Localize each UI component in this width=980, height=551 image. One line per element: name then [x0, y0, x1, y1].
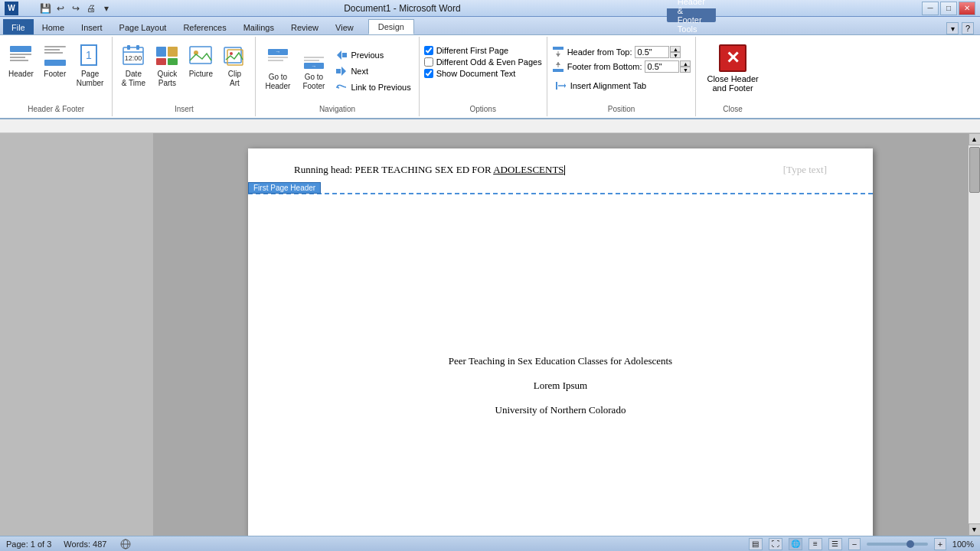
quick-parts-button[interactable]: Quick Parts [151, 41, 183, 90]
different-odd-even-row[interactable]: Different Odd & Even Pages [424, 57, 542, 67]
header-from-top-increment[interactable]: ▲ [670, 46, 681, 52]
go-to-header-button[interactable]: → Go to Header [260, 44, 295, 95]
quick-parts-icon [155, 44, 179, 68]
page-number-icon: 1 [78, 44, 103, 68]
scroll-track[interactable] [969, 145, 980, 523]
clip-art-button[interactable]: Clip Art [218, 41, 250, 90]
tab-review[interactable]: Review [283, 19, 327, 34]
svg-rect-0 [10, 46, 31, 52]
header-from-top-decrement[interactable]: ▼ [670, 52, 681, 58]
insert-alignment-tab-button[interactable]: Insert Alignment Tab [552, 78, 691, 93]
svg-marker-44 [564, 83, 566, 88]
undo-qat-button[interactable]: ↩ [54, 2, 67, 15]
position-group-content: Header from Top: ▲ ▼ Footer from Bottom: [552, 38, 691, 105]
different-first-page-checkbox[interactable] [424, 46, 433, 55]
insert-group-label: Insert [175, 105, 194, 115]
help-button[interactable]: ? [962, 22, 974, 34]
zoom-out-button[interactable]: − [848, 538, 861, 550]
go-to-footer-label: Go to Footer [302, 73, 325, 91]
print-layout-view-button[interactable]: ▤ [749, 538, 763, 550]
tab-view[interactable]: View [327, 19, 362, 34]
header-from-top-input[interactable] [635, 46, 669, 58]
full-screen-view-button[interactable]: ⛶ [769, 538, 782, 550]
footer-from-bottom-decrement[interactable]: ▼ [680, 67, 691, 73]
footer-button[interactable]: Footer [39, 41, 71, 81]
svg-marker-38 [556, 54, 560, 57]
insert-group-content: 12:00 Date & Time Quick Parts Picture [117, 38, 250, 105]
date-time-button[interactable]: 12:00 Date & Time [117, 41, 149, 90]
different-first-page-row[interactable]: Different First Page [424, 46, 542, 55]
header-from-top-label: Header from Top: [567, 47, 632, 57]
previous-button[interactable]: Previous [332, 47, 413, 63]
zoom-slider[interactable] [867, 543, 928, 546]
ribbon-collapse-button[interactable]: ▾ [946, 22, 959, 34]
clip-art-icon [222, 44, 247, 68]
minimize-button[interactable]: ─ [922, 2, 939, 15]
navigation-group-label: Navigation [319, 105, 355, 115]
show-document-text-row[interactable]: Show Document Text [424, 69, 542, 78]
language-indicator[interactable] [119, 538, 132, 550]
scroll-thumb[interactable] [969, 147, 980, 193]
go-to-footer-button[interactable]: → Go to Footer [296, 44, 331, 95]
print-qat-button[interactable]: 🖨 [84, 2, 98, 15]
tab-insert[interactable]: Insert [73, 19, 111, 34]
status-bar: Page: 1 of 3 Words: 487 ▤ ⛶ 🌐 ≡ ☰ − + 10… [0, 536, 980, 551]
close-window-button[interactable]: ✕ [959, 2, 975, 15]
show-document-text-label: Show Document Text [436, 69, 516, 78]
date-time-icon: 12:00 [121, 44, 145, 68]
maximize-button[interactable]: □ [940, 2, 957, 15]
svg-rect-16 [168, 47, 178, 57]
header-type-text[interactable]: [Type text] [783, 164, 827, 176]
document-scroll[interactable]: Running head: PEER TEACHING SEX ED FOR A… [153, 133, 968, 536]
web-layout-view-button[interactable]: 🌐 [789, 538, 802, 550]
tab-file[interactable]: File [3, 19, 34, 34]
text-cursor [564, 165, 565, 175]
insert-alignment-tab-icon [555, 80, 567, 92]
close-header-footer-button[interactable]: ✕ Close Header and Footer [701, 41, 764, 96]
document-author-text: Lorem Ipsum [294, 380, 827, 392]
document-university-text: University of Northern Colorado [294, 404, 827, 416]
picture-button[interactable]: Picture [185, 41, 217, 81]
tab-design[interactable]: Design [368, 19, 414, 34]
draft-view-button[interactable]: ☰ [828, 538, 842, 550]
zoom-in-button[interactable]: + [934, 538, 946, 550]
show-document-text-checkbox[interactable] [424, 69, 433, 78]
svg-rect-4 [44, 46, 66, 47]
next-button[interactable]: Next [332, 64, 413, 79]
link-to-previous-label: Link to Previous [351, 83, 410, 92]
tab-mailings[interactable]: Mailings [235, 19, 283, 34]
different-odd-even-checkbox[interactable] [424, 57, 433, 67]
body-area[interactable]: Peer Teaching in Sex Education Classes f… [248, 194, 873, 439]
options-checkboxes: Different First Page Different Odd & Eve… [424, 41, 542, 78]
outline-view-button[interactable]: ≡ [808, 538, 822, 550]
svg-rect-26 [268, 60, 283, 61]
tab-references[interactable]: References [175, 19, 234, 34]
footer-from-bottom-increment[interactable]: ▲ [680, 60, 691, 67]
svg-rect-12 [127, 45, 130, 50]
header-area[interactable]: Running head: PEER TEACHING SEX ED FOR A… [248, 148, 873, 194]
vertical-scrollbar[interactable]: ▲ ▼ [968, 133, 980, 536]
page-number-button[interactable]: 1 Page Number [73, 41, 108, 90]
tab-home[interactable]: Home [34, 19, 73, 34]
header-button[interactable]: Header [5, 41, 38, 81]
scroll-up-button[interactable]: ▲ [969, 133, 981, 145]
qat-dropdown-button[interactable]: ▾ [100, 2, 113, 15]
close-header-footer-label: Close Header and Footer [707, 74, 758, 93]
svg-rect-1 [10, 54, 31, 55]
svg-rect-33 [342, 53, 347, 57]
save-qat-button[interactable]: 💾 [38, 2, 52, 15]
footer-from-bottom-input[interactable] [645, 60, 679, 73]
svg-rect-29 [304, 57, 324, 58]
link-to-previous-button[interactable]: Link to Previous [332, 80, 413, 95]
redo-qat-button[interactable]: ↪ [69, 2, 83, 15]
scroll-down-button[interactable]: ▼ [969, 523, 981, 536]
ribbon-tabs: File Home Insert Page Layout References … [0, 17, 980, 35]
svg-rect-15 [156, 47, 166, 57]
close-header-footer-icon: ✕ [719, 44, 746, 72]
footer-from-bottom-spinbox[interactable]: ▲ ▼ [645, 60, 691, 73]
header-from-top-spinbox[interactable]: ▲ ▼ [635, 46, 681, 58]
tab-page-layout[interactable]: Page Layout [111, 19, 175, 34]
zoom-slider-thumb[interactable] [906, 540, 914, 548]
ruler-strip [0, 119, 980, 133]
svg-rect-39 [553, 69, 564, 72]
